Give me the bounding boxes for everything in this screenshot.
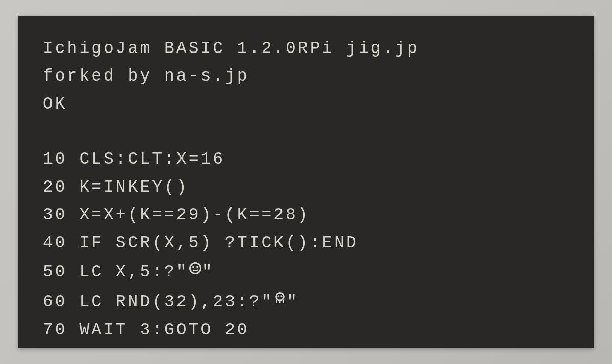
code-line-20: 20 K=INKEY() xyxy=(43,174,569,201)
blank-line xyxy=(43,118,569,146)
svg-point-2 xyxy=(196,266,198,268)
player-sprite-icon xyxy=(189,257,202,284)
code-line-40: 40 IF SCR(X,5) ?TICK():END xyxy=(43,229,569,257)
code-line-50: 50 LC X,5:?"" xyxy=(43,257,569,287)
code-line-70: 70 WAIT 3:GOTO 20 xyxy=(43,317,569,344)
header-line-1: IchigoJam BASIC 1.2.0RPi jig.jp xyxy=(43,35,569,63)
svg-point-1 xyxy=(192,266,194,268)
enemy-sprite-icon xyxy=(273,287,287,315)
prompt-ok: OK xyxy=(43,91,569,118)
svg-point-0 xyxy=(190,263,200,274)
svg-point-4 xyxy=(278,295,279,297)
terminal-screen[interactable]: IchigoJam BASIC 1.2.0RPi jig.jp forked b… xyxy=(18,16,594,348)
svg-point-5 xyxy=(281,295,283,297)
code-line-10: 10 CLS:CLT:X=16 xyxy=(43,146,569,173)
code-line-60: 60 LC RND(32),23:?"" xyxy=(43,287,569,317)
svg-point-3 xyxy=(276,293,284,300)
code-line-30: 30 X=X+(K==29)-(K==28) xyxy=(43,201,569,229)
header-line-2: forked by na-s.jp xyxy=(43,63,569,90)
